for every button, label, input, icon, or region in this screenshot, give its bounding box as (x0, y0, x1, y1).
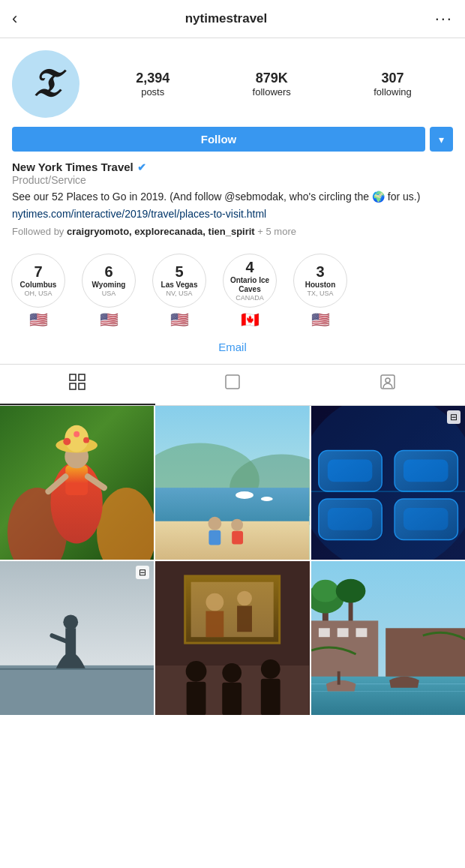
avatar[interactable]: 𝔗 (12, 50, 80, 118)
svg-point-61 (261, 659, 280, 679)
profile-top: 𝔗 2,394 posts 879K followers 307 followi… (0, 38, 465, 127)
highlight-circle-2[interactable]: 6 Wyoming USA (82, 254, 136, 308)
svg-point-53 (237, 591, 252, 606)
svg-rect-4 (226, 375, 239, 389)
profile-name: New York Times Travel ✔ (12, 161, 453, 173)
svg-point-27 (208, 516, 222, 530)
svg-rect-38 (404, 459, 448, 482)
grid-icon (69, 374, 86, 395)
photo-cell-5[interactable] (155, 561, 309, 715)
photo-cell-6[interactable] (311, 561, 465, 715)
highlights-row: 7 Columbus OH, USA 🇺🇸 6 Wyoming USA 🇺🇸 5… (0, 246, 465, 336)
highlight-name-5: Houston (305, 281, 336, 290)
svg-rect-73 (356, 628, 367, 637)
followers-stat[interactable]: 879K followers (253, 71, 291, 98)
email-section: Email (0, 336, 465, 364)
highlight-name-4: Ontario Ice Caves (224, 276, 276, 294)
photo-grid: ⊟ ⊟ (0, 406, 465, 716)
tab-igtv[interactable] (155, 365, 310, 405)
svg-rect-3 (79, 383, 85, 389)
svg-rect-40 (404, 507, 448, 530)
highlight-flag-2: 🇺🇸 (100, 311, 118, 329)
followed-more: + 5 more (257, 226, 296, 237)
svg-rect-23 (155, 488, 309, 525)
svg-point-52 (206, 593, 224, 611)
svg-rect-62 (261, 679, 280, 716)
svg-point-25 (261, 497, 273, 501)
header: ‹ nytimestravel ··· (0, 0, 465, 38)
back-button[interactable]: ‹ (12, 9, 17, 29)
svg-point-29 (232, 518, 244, 530)
svg-point-17 (74, 431, 80, 437)
svg-point-16 (83, 437, 89, 443)
igtv-icon (224, 374, 241, 395)
photo-cell-1[interactable] (0, 406, 154, 560)
posts-label: posts (141, 86, 164, 98)
posts-stat[interactable]: 2,394 posts (136, 71, 170, 98)
svg-point-68 (335, 579, 365, 603)
svg-point-45 (63, 614, 78, 629)
posts-count: 2,394 (136, 71, 170, 86)
highlight-name-3: Las Vegas (161, 281, 198, 290)
followed-users: craigryomoto, explorecanada, tien_spirit (67, 226, 255, 237)
highlight-circle-4[interactable]: 4 Ontario Ice Caves CANADA (223, 254, 277, 308)
svg-point-6 (386, 378, 390, 383)
more-options-button[interactable]: ··· (435, 9, 453, 29)
follow-button[interactable]: Follow (12, 127, 425, 152)
tab-row (0, 364, 465, 406)
highlight-circle-5[interactable]: 3 Houston TX, USA (293, 254, 347, 308)
highlight-number-4: 4 (245, 259, 254, 276)
svg-rect-77 (337, 671, 340, 685)
followers-label: followers (253, 86, 291, 98)
photo-cell-3[interactable]: ⊟ (311, 406, 465, 560)
tab-tagged[interactable] (310, 365, 465, 405)
svg-rect-11 (65, 465, 88, 495)
svg-rect-54 (206, 611, 224, 637)
highlight-name-2: Wyoming (92, 281, 126, 290)
action-row: Follow ▾ (0, 127, 465, 161)
highlight-circle-3[interactable]: 5 Las Vegas NV, USA (152, 254, 206, 308)
profile-category: Product/Service (12, 174, 453, 186)
highlight-sub-5: TX, USA (307, 290, 333, 297)
highlight-item-4[interactable]: 4 Ontario Ice Caves CANADA 🇨🇦 (219, 254, 280, 329)
highlight-item-2[interactable]: 6 Wyoming USA 🇺🇸 (78, 254, 140, 329)
svg-point-57 (186, 661, 207, 682)
svg-point-24 (236, 491, 254, 499)
photo-cell-2[interactable] (155, 406, 309, 560)
highlight-flag-5: 🇺🇸 (311, 311, 330, 329)
highlight-circle-1[interactable]: 7 Columbus OH, USA (11, 254, 65, 308)
svg-rect-0 (70, 374, 76, 380)
highlight-number-1: 7 (34, 263, 42, 281)
following-stat[interactable]: 307 following (374, 71, 412, 98)
highlight-number-3: 5 (175, 263, 183, 281)
highlight-item-5[interactable]: 3 Houston TX, USA 🇺🇸 (290, 254, 351, 329)
follow-dropdown-button[interactable]: ▾ (430, 127, 453, 152)
svg-rect-39 (327, 507, 372, 530)
svg-point-15 (63, 437, 70, 445)
tagged-icon (380, 374, 396, 395)
profile-followed-by: Followed by craigryomoto, explorecanada,… (12, 226, 453, 237)
svg-rect-58 (187, 682, 206, 716)
svg-rect-55 (237, 605, 252, 632)
followers-count: 879K (256, 71, 288, 86)
highlight-item-1[interactable]: 7 Columbus OH, USA 🇺🇸 (8, 254, 69, 329)
highlight-number-5: 3 (316, 263, 324, 281)
svg-rect-70 (386, 628, 465, 680)
avatar-logo: 𝔗 (33, 65, 58, 104)
svg-rect-2 (70, 383, 76, 389)
bio-section: New York Times Travel ✔ Product/Service … (0, 161, 465, 246)
highlight-flag-3: 🇺🇸 (170, 311, 189, 329)
highlight-flag-4: 🇨🇦 (241, 311, 260, 329)
highlight-sub-1: OH, USA (24, 290, 52, 297)
profile-link[interactable]: nytimes.com/interactive/2019/travel/plac… (12, 207, 453, 222)
email-button[interactable]: Email (218, 341, 247, 353)
photo-cell-4[interactable]: ⊟ (0, 561, 154, 715)
verified-badge: ✔ (137, 161, 146, 173)
highlight-item-3[interactable]: 5 Las Vegas NV, USA 🇺🇸 (148, 254, 210, 329)
highlight-sub-2: USA (102, 290, 116, 297)
photo-badge-3: ⊟ (447, 410, 460, 424)
svg-rect-72 (337, 628, 348, 637)
tab-grid[interactable] (0, 365, 155, 405)
highlight-flag-1: 🇺🇸 (29, 311, 48, 329)
svg-rect-28 (209, 530, 221, 545)
